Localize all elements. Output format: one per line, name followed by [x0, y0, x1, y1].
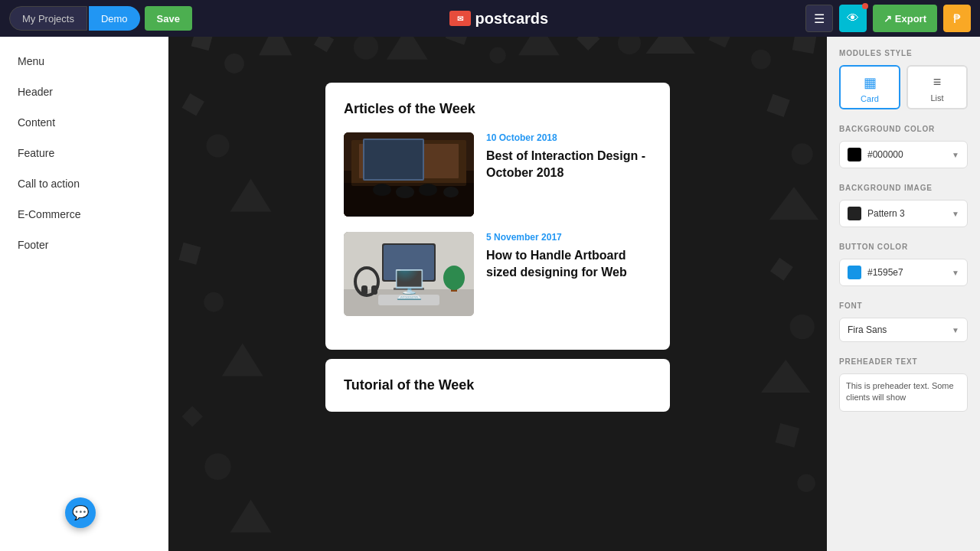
article-date-2: 5 November 2017 [486, 232, 652, 243]
notification-badge [862, 3, 868, 9]
sidebar-item-menu[interactable]: Menu [0, 46, 168, 77]
svg-point-41 [419, 184, 437, 196]
svg-rect-47 [403, 282, 414, 288]
desk-setup-image [344, 232, 474, 316]
article-image-2 [344, 232, 474, 316]
list-label: List [930, 93, 943, 103]
payment-button[interactable]: ₱ [943, 5, 971, 32]
button-color-chevron-icon: ▼ [952, 269, 959, 277]
chat-icon: 💬 [72, 504, 89, 521]
main-layout: Menu Header Content Feature Call to acti… [0, 37, 980, 551]
canvas-content: Articles of the Week [168, 37, 827, 427]
font-dropdown[interactable]: Fira Sans ▼ [839, 318, 968, 342]
sidebar-item-feature[interactable]: Feature [0, 138, 168, 168]
list-option[interactable]: ≡ List [906, 65, 968, 109]
bg-color-label: BACKGROUND COLOR [839, 125, 968, 133]
demo-button[interactable]: Demo [89, 6, 140, 31]
articles-card: Articles of the Week [325, 83, 670, 350]
svg-point-39 [373, 184, 391, 196]
svg-rect-52 [378, 295, 439, 305]
button-color-value: #1595e7 [867, 267, 946, 278]
sidebar-item-ecommerce[interactable]: E-Commerce [0, 199, 168, 230]
article-meta-1: 10 October 2018 Best of Interaction Desi… [486, 132, 652, 217]
preheader-label: PREHEADER TEXT [839, 357, 968, 366]
modules-style-section: MODULES STYLE ▦ Card ≡ List [839, 49, 968, 109]
preheader-text[interactable]: This is preheader text. Some clients wil… [839, 373, 968, 412]
svg-rect-46 [384, 245, 434, 280]
article-meta-2: 5 November 2017 How to Handle Artboard s… [486, 232, 652, 316]
logo-icon: ✉ [449, 11, 471, 26]
bg-image-label: BACKGROUND IMAGE [839, 184, 968, 192]
bg-color-picker[interactable]: #000000 ▼ [839, 141, 968, 168]
article-item-1: 10 October 2018 Best of Interaction Desi… [344, 132, 652, 217]
svg-point-54 [443, 266, 465, 290]
article-image-1 [344, 132, 474, 217]
bg-color-chevron-icon: ▼ [952, 151, 959, 159]
articles-title: Articles of the Week [344, 101, 652, 117]
sidebar: Menu Header Content Feature Call to acti… [0, 37, 168, 551]
right-panel: MODULES STYLE ▦ Card ≡ List BACKGROUND C… [827, 37, 980, 551]
my-projects-button[interactable]: My Projects [9, 6, 87, 31]
topbar-right: ☰ 👁 ↗ Export ₱ [805, 5, 971, 32]
bg-image-swatch [848, 207, 861, 220]
topbar: My Projects Demo Save ✉ postcards ☰ 👁 ↗ … [0, 0, 980, 37]
button-color-section: BUTTON COLOR #1595e7 ▼ [839, 243, 968, 286]
conference-room-image [344, 132, 474, 217]
font-section: FONT Fira Sans ▼ [839, 302, 968, 342]
bg-image-section: BACKGROUND IMAGE Pattern 3 ▼ [839, 184, 968, 227]
payment-icon: ₱ [953, 11, 961, 26]
logo-text: postcards [475, 10, 549, 28]
svg-point-32 [797, 474, 815, 492]
svg-rect-50 [361, 285, 368, 295]
sidebar-item-cta[interactable]: Call to action [0, 168, 168, 199]
svg-point-42 [443, 187, 459, 197]
article-headline-2: How to Handle Artboard sized designing f… [486, 247, 652, 282]
canvas-area: Articles of the Week [168, 37, 827, 551]
svg-rect-51 [371, 285, 377, 295]
tutorial-card: Tutorial of the Week [325, 359, 670, 412]
preview-button[interactable]: 👁 [839, 5, 867, 32]
list-icon: ≡ [933, 74, 942, 90]
svg-rect-48 [394, 288, 424, 290]
article-headline-1: Best of Interaction Design - October 201… [486, 148, 652, 182]
svg-point-40 [396, 186, 414, 198]
svg-rect-38 [364, 140, 423, 179]
button-color-label: BUTTON COLOR [839, 243, 968, 251]
font-value: Fira Sans [848, 324, 946, 335]
card-icon: ▦ [864, 74, 877, 91]
bg-color-section: BACKGROUND COLOR #000000 ▼ [839, 125, 968, 168]
article-date-1: 10 October 2018 [486, 132, 652, 143]
chat-button[interactable]: 💬 [65, 497, 96, 528]
bg-image-value: Pattern 3 [867, 208, 946, 219]
preheader-section: PREHEADER TEXT This is preheader text. S… [839, 357, 968, 412]
logo: ✉ postcards [197, 10, 801, 28]
bg-color-value: #000000 [867, 149, 946, 160]
export-button[interactable]: ↗ Export [873, 5, 937, 32]
article-item-2: 5 November 2017 How to Handle Artboard s… [344, 232, 652, 316]
button-color-picker[interactable]: #1595e7 ▼ [839, 259, 968, 286]
sidebar-item-header[interactable]: Header [0, 77, 168, 107]
module-style-row: ▦ Card ≡ List [839, 65, 968, 109]
sidebar-item-footer[interactable]: Footer [0, 230, 168, 260]
bg-image-dropdown[interactable]: Pattern 3 ▼ [839, 200, 968, 227]
font-chevron-icon: ▼ [952, 326, 959, 334]
button-color-swatch [848, 266, 861, 279]
card-label: Card [861, 94, 879, 103]
export-icon: ↗ [884, 13, 892, 24]
bg-image-chevron-icon: ▼ [952, 210, 959, 218]
card-option[interactable]: ▦ Card [839, 65, 900, 109]
sidebar-item-content[interactable]: Content [0, 107, 168, 138]
save-button[interactable]: Save [145, 6, 192, 31]
font-label: FONT [839, 302, 968, 310]
svg-point-23 [204, 454, 230, 480]
bg-color-swatch [848, 148, 861, 161]
menu-button[interactable]: ☰ [805, 5, 833, 32]
modules-style-label: MODULES STYLE [839, 49, 968, 57]
tutorial-title: Tutorial of the Week [344, 377, 652, 393]
eye-icon: 👁 [847, 11, 859, 25]
